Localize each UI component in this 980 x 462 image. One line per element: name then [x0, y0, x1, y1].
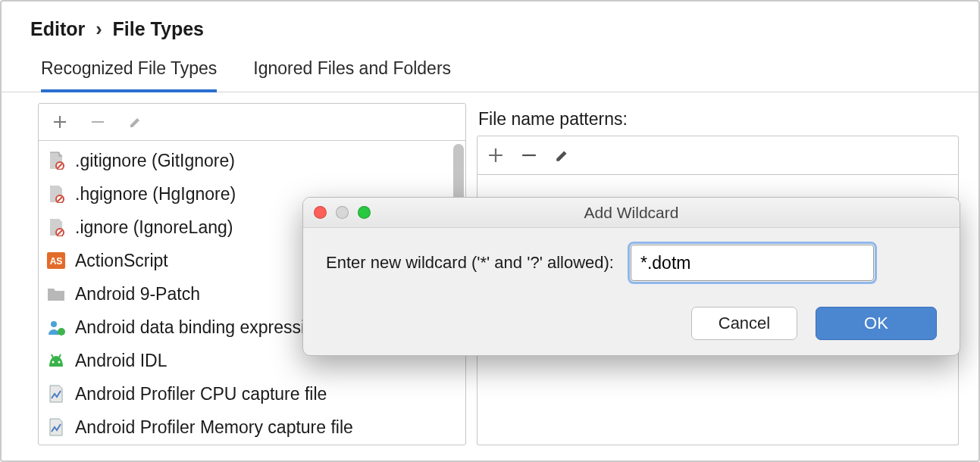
list-item-label: .hgignore (HgIgnore)	[75, 180, 236, 208]
svg-text:AS: AS	[50, 256, 63, 267]
minus-icon	[91, 115, 105, 129]
patterns-header-label: File name patterns:	[477, 103, 959, 136]
breadcrumb-child: File Types	[113, 18, 204, 40]
list-item[interactable]: .gitignore (GitIgnore)	[39, 144, 465, 177]
plus-icon	[488, 148, 503, 163]
dialog-titlebar[interactable]: Add Wildcard	[303, 198, 960, 228]
android-user-icon	[46, 317, 66, 337]
add-pattern-button[interactable]	[488, 148, 503, 163]
file-ignore-icon	[46, 184, 66, 204]
scrollbar-thumb[interactable]	[453, 144, 464, 203]
breadcrumb-separator-icon: ›	[95, 18, 102, 40]
list-item-label: ActionScript	[75, 247, 168, 274]
remove-file-type-button[interactable]	[87, 111, 108, 133]
minus-icon	[521, 148, 537, 163]
list-item-label: Android 9-Patch	[75, 280, 200, 307]
tab-ignored-files-and-folders[interactable]: Ignored Files and Folders	[253, 58, 451, 92]
folder-icon	[46, 284, 66, 304]
list-item-label: Android IDL	[75, 347, 167, 374]
as-icon: AS	[46, 251, 66, 270]
add-wildcard-dialog: Add Wildcard Enter new wildcard ('*' and…	[302, 197, 960, 356]
pencil-icon	[555, 148, 570, 163]
profiler-icon	[46, 417, 66, 437]
wildcard-prompt-label: Enter new wildcard ('*' and '?' allowed)…	[326, 253, 614, 273]
add-file-type-button[interactable]	[49, 111, 70, 133]
android-icon	[46, 351, 66, 370]
ok-button[interactable]: OK	[816, 307, 937, 340]
svg-point-7	[58, 328, 65, 336]
edit-file-type-button[interactable]	[125, 111, 146, 133]
cancel-button[interactable]: Cancel	[691, 307, 797, 340]
svg-point-9	[58, 361, 61, 364]
list-item[interactable]: Android Profiler Memory capture file	[39, 410, 465, 444]
minimize-icon	[336, 206, 349, 219]
remove-pattern-button[interactable]	[521, 148, 537, 163]
list-item-label: Android Profiler CPU capture file	[75, 380, 327, 407]
maximize-icon[interactable]	[358, 206, 371, 219]
list-item-label: .gitignore (GitIgnore)	[75, 147, 235, 174]
list-item-label: .ignore (IgnoreLang)	[75, 214, 233, 241]
pencil-icon	[129, 115, 142, 129]
dialog-title: Add Wildcard	[303, 204, 960, 222]
profiler-icon	[46, 384, 66, 404]
tab-recognized-file-types[interactable]: Recognized File Types	[41, 58, 217, 92]
list-item[interactable]: Rs Android RenderScript	[39, 444, 465, 445]
file-types-toolbar	[39, 104, 465, 140]
list-item-label: Android data binding expressions	[75, 314, 333, 341]
tabs: Recognized File Types Ignored Files and …	[2, 51, 978, 92]
breadcrumb: Editor › File Types	[2, 2, 978, 51]
list-item[interactable]: Android Profiler CPU capture file	[39, 377, 465, 410]
edit-pattern-button[interactable]	[555, 148, 570, 163]
list-item-label: Android Profiler Memory capture file	[75, 414, 353, 441]
close-icon[interactable]	[314, 206, 327, 219]
svg-point-6	[51, 321, 57, 327]
patterns-toolbar	[477, 136, 959, 175]
wildcard-input[interactable]	[631, 245, 874, 281]
file-ignore-icon	[46, 217, 66, 237]
file-ignore-icon	[46, 151, 66, 170]
svg-point-8	[52, 361, 55, 364]
plus-icon	[53, 115, 67, 129]
breadcrumb-parent[interactable]: Editor	[30, 18, 85, 40]
